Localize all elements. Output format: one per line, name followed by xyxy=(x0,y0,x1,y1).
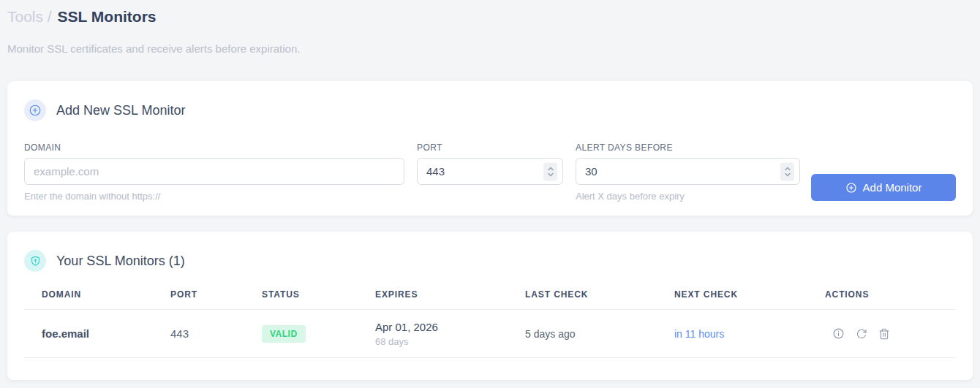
port-stepper[interactable] xyxy=(543,162,557,180)
cell-actions xyxy=(825,327,956,340)
domain-label: DOMAIN xyxy=(24,142,404,153)
port-label: PORT xyxy=(417,142,563,153)
add-monitor-button[interactable]: Add Monitor xyxy=(811,174,956,201)
alert-days-input[interactable] xyxy=(576,158,800,185)
add-monitor-form: DOMAIN Enter the domain without https://… xyxy=(24,142,956,202)
column-header-last-check: LAST CHECK xyxy=(525,289,674,309)
monitors-table: DOMAIN PORT STATUS EXPIRES LAST CHECK NE… xyxy=(24,289,956,358)
monitors-table-header: DOMAIN PORT STATUS EXPIRES LAST CHECK NE… xyxy=(24,289,956,310)
expires-date: Apr 01, 2026 xyxy=(375,321,525,333)
domain-input[interactable] xyxy=(24,158,404,185)
plus-circle-icon xyxy=(845,182,857,194)
breadcrumb-separator: / xyxy=(43,8,56,25)
shield-icon xyxy=(24,250,46,272)
column-header-expires: EXPIRES xyxy=(375,289,525,309)
expires-days-remaining: 68 days xyxy=(375,336,525,347)
cell-last-check: 5 days ago xyxy=(525,328,674,340)
ssl-monitors-title: Your SSL Monitors (1) xyxy=(56,254,185,269)
column-header-domain: DOMAIN xyxy=(24,289,170,309)
ssl-monitors-card-header: Your SSL Monitors (1) xyxy=(24,250,956,272)
plus-circle-icon xyxy=(24,99,46,121)
add-monitor-card: Add New SSL Monitor DOMAIN Enter the dom… xyxy=(7,81,973,216)
cell-domain: foe.email xyxy=(24,327,170,340)
column-header-actions: ACTIONS xyxy=(825,289,956,309)
domain-field-group: DOMAIN Enter the domain without https:// xyxy=(24,142,404,202)
refresh-icon[interactable] xyxy=(856,328,867,340)
status-badge: VALID xyxy=(262,325,306,343)
alert-days-helper-text: Alert X days before expiry xyxy=(576,191,800,202)
page-title: SSL Monitors xyxy=(58,8,157,25)
ssl-monitors-card: Your SSL Monitors (1) DOMAIN PORT STATUS… xyxy=(7,232,973,380)
column-header-port: PORT xyxy=(170,289,262,309)
column-header-next-check: NEXT CHECK xyxy=(674,289,825,309)
breadcrumb: Tools / SSL Monitors xyxy=(7,6,973,28)
page-header: Tools / SSL Monitors Monitor SSL certifi… xyxy=(0,0,980,55)
trash-icon[interactable] xyxy=(878,328,890,340)
alert-days-label: ALERT DAYS BEFORE xyxy=(576,142,800,153)
cell-port: 443 xyxy=(170,327,262,340)
column-header-status: STATUS xyxy=(262,289,375,309)
info-icon[interactable] xyxy=(832,327,845,340)
cell-expires: Apr 01, 2026 68 days xyxy=(375,321,525,347)
add-monitor-button-label: Add Monitor xyxy=(863,181,922,194)
domain-helper-text: Enter the domain without https:// xyxy=(24,191,404,202)
cell-status: VALID xyxy=(262,325,375,343)
port-field-group: PORT xyxy=(417,142,563,185)
table-row: foe.email 443 VALID Apr 01, 2026 68 days… xyxy=(24,310,956,358)
port-input[interactable] xyxy=(417,158,563,185)
breadcrumb-parent[interactable]: Tools xyxy=(7,8,43,25)
add-monitor-title: Add New SSL Monitor xyxy=(56,103,185,118)
alert-days-field-group: ALERT DAYS BEFORE Alert X days before ex… xyxy=(576,142,800,202)
page-subtitle: Monitor SSL certificates and receive ale… xyxy=(7,42,973,55)
add-monitor-card-header: Add New SSL Monitor xyxy=(24,99,956,121)
alert-days-stepper[interactable] xyxy=(780,162,794,180)
cell-next-check[interactable]: in 11 hours xyxy=(674,328,825,340)
